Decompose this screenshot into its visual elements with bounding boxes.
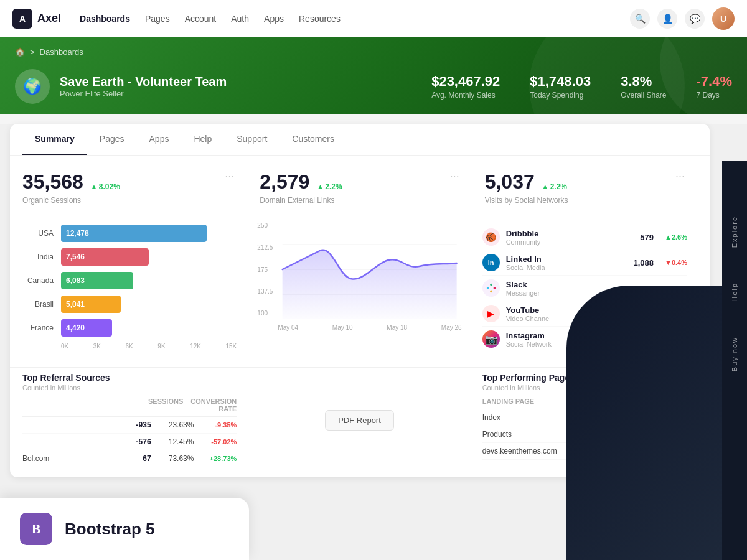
bar-row-usa: USA 12,478 xyxy=(22,225,237,242)
notifications-button[interactable]: 👤 xyxy=(657,9,677,29)
tab-summary[interactable]: Summary xyxy=(22,124,87,155)
bar-canada: 6,083 xyxy=(61,272,133,289)
svg-rect-7 xyxy=(490,291,492,293)
nav-pages[interactable]: Pages xyxy=(145,14,170,24)
table-row: -576 12.45% -57.02% xyxy=(22,434,237,450)
metric-more-btn-3[interactable]: ··· xyxy=(675,170,685,182)
stat-today-spending: $1,748.03 Today Spending xyxy=(530,73,591,100)
breadcrumb-home[interactable]: 🏠 xyxy=(15,47,25,57)
team-subtitle: Power Elite Seller xyxy=(60,89,227,98)
header-stats: $23,467.92 Avg. Monthly Sales $1,748.03 … xyxy=(431,73,732,100)
nav-auth[interactable]: Auth xyxy=(231,14,249,24)
table-row: -935 23.63% -9.35% xyxy=(22,417,237,434)
tab-pages[interactable]: Pages xyxy=(87,124,137,155)
youtube-icon: ▶ xyxy=(482,305,500,322)
linkedin-icon: in xyxy=(482,254,500,271)
line-chart-block: 250 212.5 175 137.5 100 xyxy=(247,220,472,352)
metric-more-btn-2[interactable]: ··· xyxy=(450,170,459,182)
nav-right: 🔍 👤 💬 U xyxy=(630,7,735,30)
messages-button[interactable]: 💬 xyxy=(685,9,705,29)
right-sidebar: Explore Help Buy now xyxy=(722,161,747,560)
tab-customers[interactable]: Customers xyxy=(280,124,347,155)
bootstrap-badge: B Bootstrap 5 xyxy=(0,498,249,560)
team-info: Save Earth - Volunteer Team Power Elite … xyxy=(60,75,227,98)
bootstrap-label: Bootstrap 5 xyxy=(65,520,154,539)
breadcrumb-separator: > xyxy=(30,47,35,57)
breadcrumb-current: Dashboards xyxy=(40,47,83,57)
stat-7days: -7.4% 7 Days xyxy=(697,73,732,100)
referral-sources-table: Top Referral Sources Counted in Millions… xyxy=(22,373,247,467)
nav-resources[interactable]: Resources xyxy=(299,14,341,24)
header-content: 🌍 Save Earth - Volunteer Team Power Elit… xyxy=(15,69,732,104)
svg-rect-8 xyxy=(493,287,496,289)
search-button[interactable]: 🔍 xyxy=(630,9,650,29)
dark-overlay xyxy=(566,286,722,560)
tab-help[interactable]: Help xyxy=(181,124,224,155)
y-axis: 250 212.5 175 137.5 100 xyxy=(257,220,273,319)
table-row: Bol.com 67 73.63% +28.73% xyxy=(22,450,237,467)
metric-more-btn-1[interactable]: ··· xyxy=(225,170,234,182)
bar-row-france: France 4,420 xyxy=(22,319,237,337)
sidebar-buynow-btn[interactable]: Buy now xyxy=(731,332,738,376)
svg-rect-5 xyxy=(486,287,489,289)
nav-account[interactable]: Account xyxy=(185,14,217,24)
instagram-icon: 📷 xyxy=(482,330,500,348)
svg-rect-6 xyxy=(490,284,492,286)
team-logo: 🌍 xyxy=(15,69,50,104)
referral-table-header: SESSIONS CONVERSION RATE xyxy=(22,398,237,417)
bar-chart: USA 12,478 India 7,546 Canada xyxy=(22,225,237,350)
nav-dashboards[interactable]: Dashboards xyxy=(80,14,130,24)
metric-domain-links: 2,579 ▲ 2.2% Domain External Links ··· xyxy=(247,170,472,205)
breadcrumb: 🏠 > Dashboards xyxy=(15,47,732,57)
team-name: Save Earth - Volunteer Team xyxy=(60,75,227,89)
line-chart-svg xyxy=(278,220,461,319)
navbar: A Axel Dashboards Pages Account Auth App… xyxy=(0,0,747,37)
nav-links: Dashboards Pages Account Auth Apps Resou… xyxy=(80,14,630,24)
tab-apps[interactable]: Apps xyxy=(137,124,182,155)
bar-row-canada: Canada 6,083 xyxy=(22,272,237,289)
dribbble-icon: 🏀 xyxy=(482,228,500,246)
bar-row-brasil: Brasil 5,041 xyxy=(22,296,237,313)
sidebar-explore-btn[interactable]: Explore xyxy=(731,211,738,253)
stat-monthly-sales: $23,467.92 Avg. Monthly Sales xyxy=(431,73,500,100)
pdf-report-button[interactable]: PDF Report xyxy=(325,410,394,431)
bar-brasil: 5,041 xyxy=(61,296,121,313)
slack-icon xyxy=(482,279,500,297)
page-header: 🏠 > Dashboards 🌍 Save Earth - Volunteer … xyxy=(0,37,747,114)
bar-india: 7,546 xyxy=(61,248,149,266)
bootstrap-icon: B xyxy=(20,513,52,545)
stat-overall-share: 3.8% Overall Share xyxy=(621,73,666,100)
brand-name: Axel xyxy=(37,12,61,25)
metric-organic-sessions: 35,568 ▲ 8.02% Organic Sessions ··· xyxy=(22,170,247,205)
brand-icon: A xyxy=(12,9,32,29)
bar-chart-block: USA 12,478 India 7,546 Canada xyxy=(22,220,247,352)
bar-france: 4,420 xyxy=(61,319,112,337)
bar-row-india: India 7,546 xyxy=(22,248,237,266)
nav-apps[interactable]: Apps xyxy=(264,14,284,24)
brand[interactable]: A Axel xyxy=(12,9,61,29)
x-axis: May 04 May 10 May 18 May 26 xyxy=(278,324,461,331)
metric-social-visits: 5,037 ▲ 2.2% Visits by Social Networks ·… xyxy=(472,170,697,205)
pdf-report-block: PDF Report xyxy=(247,373,472,467)
tabs: Summary Pages Apps Help Support Customer… xyxy=(10,124,710,156)
tab-support[interactable]: Support xyxy=(224,124,280,155)
social-row-linkedin: in Linked In Social Media 1,088 ▼0.4% xyxy=(482,250,687,276)
sidebar-help-btn[interactable]: Help xyxy=(731,278,738,307)
bar-usa: 12,478 xyxy=(61,225,207,242)
bar-axis: 0K 3K 6K 9K 12K 15K xyxy=(22,343,237,350)
user-avatar[interactable]: U xyxy=(712,7,735,30)
metrics-row: 35,568 ▲ 8.02% Organic Sessions ··· xyxy=(10,156,710,210)
social-row-dribbble: 🏀 Dribbble Community 579 ▲2.6% xyxy=(482,225,687,250)
